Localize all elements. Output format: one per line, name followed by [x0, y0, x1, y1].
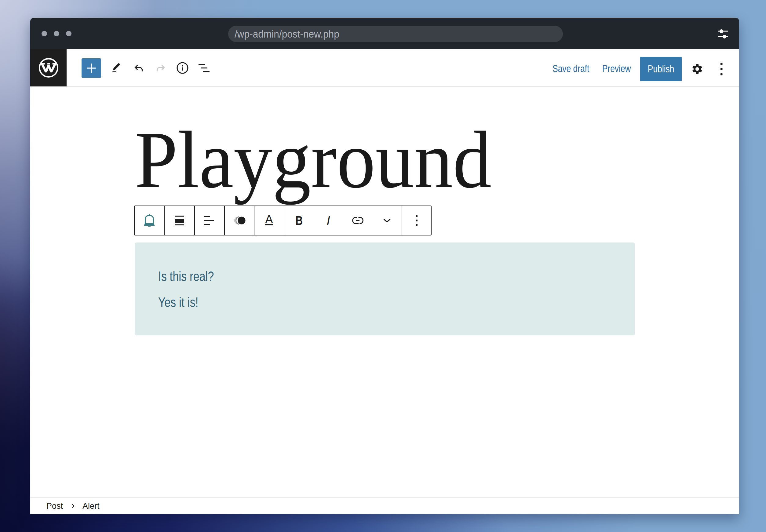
svg-text:A: A — [265, 215, 273, 226]
